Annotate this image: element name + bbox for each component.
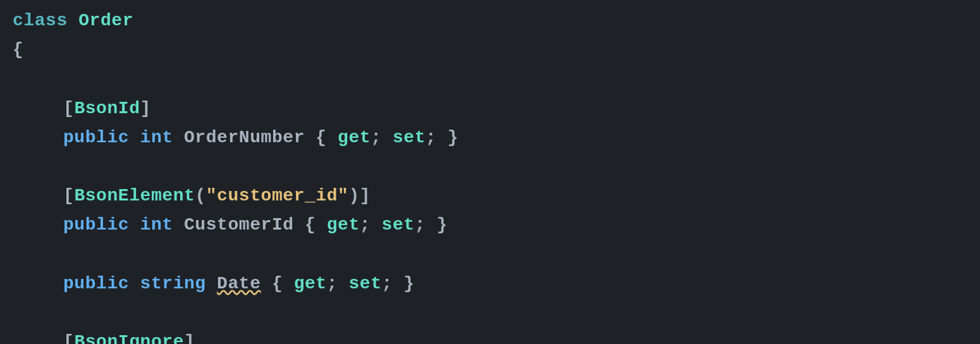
code-token: OrderNumber [184, 123, 305, 152]
code-token: ; [327, 269, 349, 298]
code-token: set [382, 211, 415, 240]
code-token: [ [63, 328, 74, 344]
code-token: ; } [415, 211, 448, 240]
code-token: public [63, 123, 140, 152]
code-token: ; } [382, 269, 415, 298]
code-line [13, 240, 967, 269]
code-token: [ [63, 181, 74, 211]
code-token: int [140, 211, 184, 240]
code-line: public int CustomerId { get; set; } [13, 211, 967, 240]
code-token: ] [140, 94, 151, 123]
code-line: class Order [13, 6, 967, 35]
code-token: get [338, 123, 371, 152]
code-token: "customer_id" [206, 181, 349, 211]
code-token: Date [217, 269, 260, 298]
code-token: public [63, 211, 140, 240]
code-token: class [13, 6, 78, 35]
code-token: get [327, 211, 360, 240]
code-token: get [294, 269, 327, 298]
code-token: )] [348, 181, 371, 211]
code-token: set [393, 123, 426, 152]
code-token: [ [63, 94, 74, 123]
code-token: CustomerId [184, 211, 294, 240]
code-line [13, 298, 967, 328]
code-token: BsonId [74, 94, 140, 123]
code-token: ; [371, 123, 393, 152]
code-token: BsonElement [74, 181, 195, 211]
code-token: string [140, 269, 217, 298]
code-token: set [348, 269, 381, 298]
code-line: [BsonId] [13, 94, 967, 123]
code-line [13, 152, 967, 181]
code-token: { [294, 211, 327, 240]
code-line: [BsonIgnore] [13, 328, 967, 344]
code-line: public int OrderNumber { get; set; } [13, 123, 967, 152]
code-token: int [140, 123, 184, 152]
code-token: { [305, 123, 338, 152]
code-line: public string Date { get; set; } [13, 269, 967, 298]
code-token: ; } [426, 123, 458, 152]
code-token: ; [360, 211, 382, 240]
code-block: class Order{ [BsonId]public int OrderNum… [0, 0, 980, 344]
code-token: public [63, 269, 140, 298]
code-token: ( [195, 181, 205, 211]
code-line: [BsonElement("customer_id")] [13, 181, 967, 211]
code-token: ] [184, 328, 195, 344]
code-line: { [13, 35, 967, 64]
code-token: { [13, 35, 23, 64]
code-token: Order [78, 6, 133, 35]
code-line [13, 64, 967, 94]
code-token: { [261, 269, 294, 298]
code-token: BsonIgnore [74, 328, 184, 344]
